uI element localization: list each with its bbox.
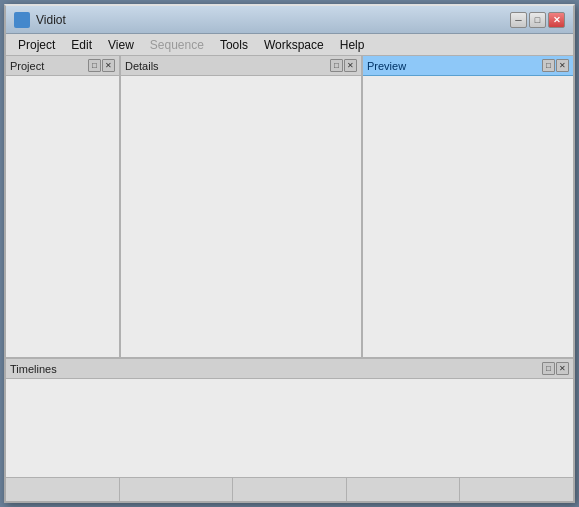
timelines-panel: Timelines □ ✕ [6,359,573,477]
status-segment-3 [233,478,347,501]
status-segment-4 [347,478,461,501]
timelines-close-btn[interactable]: ✕ [556,362,569,375]
app-title: Vidiot [36,13,510,27]
project-panel-title: Project [10,60,88,72]
project-panel-close-btn[interactable]: ✕ [102,59,115,72]
details-panel-title: Details [125,60,330,72]
project-panel-header: Project □ ✕ [6,56,119,76]
menu-sequence[interactable]: Sequence [142,36,212,54]
preview-panel-close-btn[interactable]: ✕ [556,59,569,72]
timelines-title: Timelines [10,363,542,375]
main-area: Project □ ✕ Details [6,56,573,501]
details-panel-header: Details □ ✕ [121,56,361,76]
preview-panel-header: Preview □ ✕ [363,56,573,76]
timelines-header: Timelines □ ✕ [6,359,573,379]
menu-project[interactable]: Project [10,36,63,54]
status-bar [6,477,573,501]
status-segment-5 [460,478,573,501]
minimize-button[interactable]: ─ [510,12,527,28]
preview-panel-restore-btn[interactable]: □ [542,59,555,72]
status-segment-2 [120,478,234,501]
project-panel-restore-btn[interactable]: □ [88,59,101,72]
status-segment-1 [6,478,120,501]
project-panel-content [6,76,119,357]
menu-view[interactable]: View [100,36,142,54]
menu-bar: Project Edit View Sequence Tools Workspa… [6,34,573,56]
app-icon [14,12,30,28]
preview-panel-controls: □ ✕ [542,59,569,72]
project-panel: Project □ ✕ [6,56,121,357]
preview-panel-content [363,76,573,357]
menu-edit[interactable]: Edit [63,36,100,54]
timelines-content [6,379,573,477]
details-panel-restore-btn[interactable]: □ [330,59,343,72]
timelines-controls: □ ✕ [542,362,569,375]
maximize-button[interactable]: □ [529,12,546,28]
details-panel-content [121,76,361,357]
project-panel-controls: □ ✕ [88,59,115,72]
panels-row: Project □ ✕ Details [6,56,573,359]
menu-help[interactable]: Help [332,36,373,54]
details-panel-close-btn[interactable]: ✕ [344,59,357,72]
main-window: Vidiot ─ □ ✕ Project Edit View Sequence … [4,4,575,503]
close-button[interactable]: ✕ [548,12,565,28]
timelines-restore-btn[interactable]: □ [542,362,555,375]
title-bar-buttons: ─ □ ✕ [510,12,565,28]
menu-tools[interactable]: Tools [212,36,256,54]
preview-panel-title: Preview [367,60,542,72]
menu-workspace[interactable]: Workspace [256,36,332,54]
title-bar: Vidiot ─ □ ✕ [6,6,573,34]
details-panel: Details □ ✕ [121,56,363,357]
details-panel-controls: □ ✕ [330,59,357,72]
preview-panel: Preview □ ✕ [363,56,573,357]
